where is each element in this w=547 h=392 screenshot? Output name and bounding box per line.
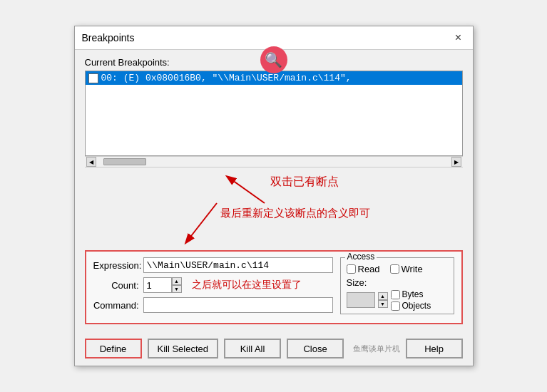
scroll-right-arrow[interactable]: ▶ — [451, 157, 461, 167]
help-button[interactable]: Help — [406, 339, 463, 359]
svg-line-3 — [186, 203, 217, 242]
expression-label: Expression: — [93, 260, 143, 271]
dialog-body: 🔍 Current Breakpoints: ✓ 00: (E) 0x08001… — [75, 50, 473, 331]
breakpoint-list[interactable]: ✓ 00: (E) 0x080016B0, "\\Main\USER/main.… — [85, 71, 463, 156]
objects-checkbox[interactable] — [391, 301, 400, 311]
count-input[interactable] — [143, 277, 172, 293]
close-button[interactable]: Close — [287, 339, 344, 359]
close-icon[interactable]: × — [451, 31, 466, 45]
annotation-text-3: 之后就可以在这里设置了 — [192, 279, 302, 292]
scroll-left-arrow[interactable]: ◀ — [86, 157, 96, 167]
count-label: Count: — [93, 280, 143, 291]
access-group: Access Read Write Size: — [340, 257, 454, 314]
size-spinner: ▲ ▼ — [378, 292, 388, 308]
expression-row: Expression: — [93, 257, 333, 273]
kill-selected-button[interactable]: Kill Selected — [148, 339, 219, 359]
count-spinner: ▲ ▼ — [172, 277, 182, 293]
watermark: 鱼鹰谈单片机 — [353, 344, 400, 354]
breakpoints-dialog: Breakpoints × 🔍 Current Breakpoints: ✓ 0… — [74, 26, 474, 366]
button-row: Define Kill Selected Kill All Close 鱼鹰谈单… — [75, 331, 473, 366]
write-label: Write — [402, 264, 423, 274]
access-checkboxes-row: Read Write — [347, 264, 448, 274]
read-check[interactable]: Read — [347, 264, 380, 274]
search-icon-wrapper: 🔍 — [260, 46, 287, 73]
annotation-text-1: 双击已有断点 — [270, 175, 339, 190]
access-legend: Access — [345, 252, 377, 262]
scroll-thumb[interactable] — [103, 158, 146, 165]
size-input-row: ▲ ▼ Bytes Objects — [347, 289, 448, 311]
bytes-check[interactable]: Bytes — [391, 289, 431, 299]
count-input-wrapper: ▲ ▼ — [143, 277, 182, 293]
command-input[interactable] — [143, 297, 333, 313]
bytes-label: Bytes — [402, 289, 424, 299]
size-section: Size: ▲ ▼ Bytes — [347, 277, 448, 311]
arrow-2-icon — [178, 200, 224, 249]
write-check[interactable]: Write — [390, 264, 423, 274]
count-row: Count: ▲ ▼ 之后就可以在这里设置了 — [93, 277, 333, 293]
annotation-area: 双击已有断点 最后重新定义该断点的含义即可 — [85, 167, 463, 246]
expression-input[interactable] — [143, 257, 333, 273]
read-label: Read — [358, 264, 380, 274]
command-label: Command: — [93, 300, 143, 311]
size-spinner-down[interactable]: ▼ — [378, 300, 388, 308]
define-button[interactable]: Define — [85, 339, 142, 359]
form-left: Expression: Count: ▲ ▼ 之后就可以在这里设置了 — [93, 257, 333, 317]
size-options: Bytes Objects — [391, 289, 431, 311]
breakpoint-text: 00: (E) 0x080016B0, "\\Main\USER/main.c\… — [101, 73, 352, 83]
annotation-text-2: 最后重新定义该断点的含义即可 — [220, 207, 370, 220]
svg-line-1 — [228, 177, 265, 203]
command-row: Command: — [93, 297, 333, 313]
dialog-title: Breakpoints — [82, 32, 135, 43]
bytes-checkbox[interactable] — [391, 290, 400, 299]
search-icon: 🔍 — [260, 46, 287, 73]
size-label: Size: — [347, 277, 448, 288]
objects-label: Objects — [402, 301, 431, 311]
size-input[interactable] — [347, 292, 375, 308]
kill-all-button[interactable]: Kill All — [224, 339, 281, 359]
read-checkbox[interactable] — [347, 264, 356, 274]
spinner-up-btn[interactable]: ▲ — [172, 277, 182, 285]
objects-check[interactable]: Objects — [391, 301, 431, 311]
horizontal-scrollbar[interactable]: ◀ ▶ — [85, 156, 463, 167]
spinner-down-btn[interactable]: ▼ — [172, 285, 182, 293]
write-checkbox[interactable] — [390, 264, 399, 274]
form-section: Expression: Count: ▲ ▼ 之后就可以在这里设置了 — [85, 250, 463, 324]
size-spinner-up[interactable]: ▲ — [378, 292, 388, 300]
breakpoint-checkbox[interactable]: ✓ — [88, 73, 98, 83]
access-section: Access Read Write Size: — [340, 257, 454, 317]
